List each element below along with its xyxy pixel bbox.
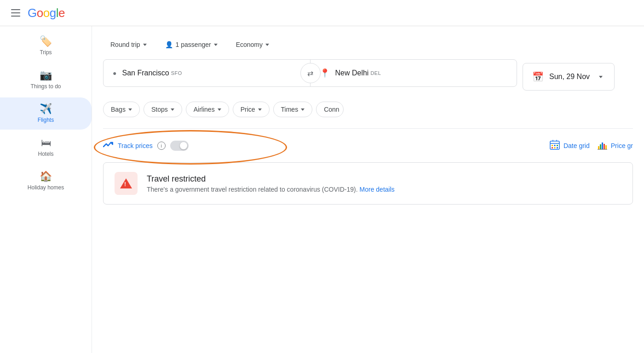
origin-circle-icon: ● (113, 69, 116, 77)
date-grid-icon (550, 140, 560, 151)
round-trip-button[interactable]: Round trip (103, 37, 154, 52)
travel-card-description: There's a government travel restriction … (147, 186, 395, 193)
warning-icon-wrapper (115, 172, 138, 195)
sidebar-item-trips-label: Trips (40, 49, 52, 57)
sidebar-item-flights-label: Flights (38, 117, 54, 124)
sidebar-item-things-to-do[interactable]: 📷 Things to do (0, 64, 92, 96)
travel-card-text: Travel restricted There's a government t… (147, 174, 395, 193)
stops-filter-label: Stops (151, 106, 168, 113)
svg-rect-11 (600, 144, 601, 149)
track-prices-label: Track prices (118, 142, 153, 149)
passengers-chevron-icon (214, 44, 218, 46)
svg-rect-7 (552, 147, 553, 148)
destination-code: DEL (370, 70, 381, 76)
svg-rect-5 (554, 145, 555, 146)
price-chevron-icon (258, 108, 262, 111)
destination-pin-icon: 📍 (320, 68, 330, 78)
price-filter-label: Price (241, 106, 255, 113)
price-filter-button[interactable]: Price (233, 102, 270, 117)
connections-filter-button[interactable]: Conn (316, 102, 343, 117)
hotel-icon: 🛏 (41, 137, 51, 149)
topbar: G o o g l e (0, 0, 644, 26)
price-graph-button[interactable]: Price gr (597, 140, 633, 151)
track-prices-toggle[interactable] (170, 141, 189, 151)
track-prices-right: Date grid Price gr (550, 140, 633, 151)
airlines-chevron-icon (218, 108, 221, 111)
date-value: Sun, 29 Nov (549, 73, 590, 81)
airlines-filter-button[interactable]: Airlines (186, 102, 229, 117)
flight-search-bar: ● San Francisco SFO ⇄ 📍 New Delhi DEL (103, 59, 517, 87)
track-trend-icon (103, 140, 113, 151)
home-icon: 🏠 (40, 171, 52, 182)
origin-code: SFO (171, 70, 182, 76)
sidebar-item-flights[interactable]: ✈️ Flights (0, 97, 92, 130)
sidebar-item-holiday-homes[interactable]: 🏠 Holiday homes (0, 165, 92, 197)
svg-rect-8 (554, 147, 555, 148)
svg-rect-4 (552, 145, 553, 146)
trip-controls: Round trip 👤 1 passenger Economy (103, 37, 633, 52)
date-chevron-icon (599, 76, 603, 78)
bags-chevron-icon (128, 108, 132, 111)
origin-city: San Francisco (122, 69, 169, 77)
logo-letter-o1: o (37, 6, 43, 20)
track-prices-left: Track prices i (103, 140, 189, 151)
search-row: ● San Francisco SFO ⇄ 📍 New Delhi DEL 📅 … (103, 59, 633, 94)
svg-rect-14 (605, 145, 607, 149)
camera-icon: 📷 (40, 69, 52, 81)
more-details-link[interactable]: More details (360, 186, 395, 193)
swap-button[interactable]: ⇄ (300, 63, 321, 83)
origin-input[interactable]: ● San Francisco SFO (104, 60, 310, 86)
warning-triangle-icon (120, 178, 132, 188)
plane-icon: ✈️ (40, 103, 52, 115)
connections-filter-label: Conn (324, 106, 339, 113)
sidebar-item-hotels[interactable]: 🛏 Hotels (0, 131, 92, 164)
passenger-icon: 👤 (165, 41, 173, 48)
date-grid-label: Date grid (564, 142, 590, 149)
bags-filter-label: Bags (111, 106, 126, 113)
stops-filter-button[interactable]: Stops (144, 102, 182, 117)
passengers-button[interactable]: 👤 1 passenger (158, 37, 225, 52)
hamburger-menu[interactable] (7, 6, 24, 20)
sidebar-item-things-label: Things to do (30, 83, 61, 91)
svg-rect-12 (602, 142, 603, 149)
sidebar: 🏷️ Trips 📷 Things to do ✈️ Flights 🛏 Hot… (0, 26, 92, 353)
travel-restricted-card: Travel restricted There's a government t… (103, 162, 633, 205)
bags-filter-button[interactable]: Bags (103, 102, 140, 117)
sidebar-item-trips[interactable]: 🏷️ Trips (0, 30, 92, 62)
svg-rect-13 (604, 144, 605, 149)
stops-chevron-icon (171, 108, 174, 111)
passengers-label: 1 passenger (176, 41, 211, 48)
sidebar-item-hotels-label: Hotels (38, 151, 53, 158)
destination-city: New Delhi (335, 69, 369, 77)
divider (103, 128, 633, 129)
price-graph-label: Price gr (611, 142, 633, 149)
tag-icon: 🏷️ (40, 35, 52, 47)
sidebar-item-holiday-label: Holiday homes (28, 184, 64, 192)
svg-rect-10 (598, 146, 599, 149)
times-filter-button[interactable]: Times (273, 102, 313, 117)
calendar-icon: 📅 (532, 71, 544, 82)
logo-letter-g: g (50, 6, 56, 20)
class-chevron-icon (265, 44, 269, 46)
destination-input[interactable]: 📍 New Delhi DEL (310, 60, 517, 86)
round-trip-chevron-icon (143, 44, 147, 46)
track-prices-info-icon[interactable]: i (157, 142, 166, 150)
google-logo: G o o g l e (28, 6, 65, 20)
times-filter-label: Times (281, 106, 299, 113)
times-chevron-icon (301, 108, 305, 111)
date-grid-button[interactable]: Date grid (550, 140, 590, 151)
round-trip-label: Round trip (110, 41, 140, 48)
price-graph-icon (597, 140, 607, 151)
svg-rect-9 (557, 147, 558, 148)
date-input[interactable]: 📅 Sun, 29 Nov (523, 63, 615, 91)
class-button[interactable]: Economy (229, 37, 276, 52)
svg-rect-6 (557, 145, 558, 146)
track-prices-row: Track prices i (103, 136, 633, 155)
airlines-filter-label: Airlines (194, 106, 215, 113)
class-label: Economy (236, 41, 263, 48)
travel-card-title: Travel restricted (147, 174, 395, 184)
content-area: Round trip 👤 1 passenger Economy ● San F… (92, 26, 644, 353)
main-layout: 🏷️ Trips 📷 Things to do ✈️ Flights 🛏 Hot… (0, 26, 644, 353)
filter-row: Bags Stops Airlines Price Times Conn (103, 102, 633, 121)
logo-letter-G: G (28, 6, 37, 20)
